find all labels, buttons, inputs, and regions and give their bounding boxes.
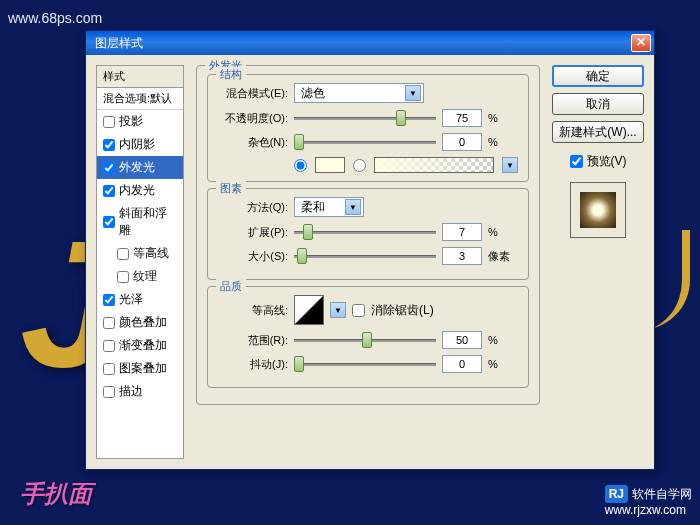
technique-label: 方法(Q): xyxy=(218,200,288,215)
styles-panel: 样式 混合选项:默认 投影内阴影外发光内发光斜面和浮雕等高线纹理光泽颜色叠加渐变… xyxy=(96,65,184,459)
color-swatch[interactable] xyxy=(315,157,345,173)
style-item-7[interactable]: 光泽 xyxy=(97,288,183,311)
style-checkbox[interactable] xyxy=(103,139,115,151)
contour-label: 等高线: xyxy=(218,303,288,318)
technique-combo[interactable]: 柔和 ▼ xyxy=(294,197,364,217)
new-style-button[interactable]: 新建样式(W)... xyxy=(552,121,644,143)
style-label: 渐变叠加 xyxy=(119,337,167,354)
style-label: 内发光 xyxy=(119,182,155,199)
preview-label: 预览(V) xyxy=(587,153,627,170)
style-item-2[interactable]: 外发光 xyxy=(97,156,183,179)
action-panel: 确定 取消 新建样式(W)... 预览(V) xyxy=(552,65,644,459)
logo-badge: RJ xyxy=(605,485,628,503)
style-item-0[interactable]: 投影 xyxy=(97,110,183,133)
opacity-unit: % xyxy=(488,112,518,124)
opacity-input[interactable] xyxy=(442,109,482,127)
spread-unit: % xyxy=(488,226,518,238)
style-label: 颜色叠加 xyxy=(119,314,167,331)
style-label: 外发光 xyxy=(119,159,155,176)
style-checkbox[interactable] xyxy=(103,340,115,352)
style-item-8[interactable]: 颜色叠加 xyxy=(97,311,183,334)
blend-mode-combo[interactable]: 滤色 ▼ xyxy=(294,83,424,103)
style-checkbox[interactable] xyxy=(103,363,115,375)
preview-swatch xyxy=(570,182,626,238)
watermark-bottom-left: 手扒面 xyxy=(20,478,92,510)
watermark-top-left: www.68ps.com xyxy=(8,10,102,26)
style-checkbox[interactable] xyxy=(103,116,115,128)
style-checkbox[interactable] xyxy=(117,248,129,260)
close-button[interactable]: ✕ xyxy=(631,34,651,52)
style-item-4[interactable]: 斜面和浮雕 xyxy=(97,202,183,242)
preview-checkbox[interactable] xyxy=(570,155,583,168)
settings-panel: 外发光 结构 混合模式(E): 滤色 ▼ 不透明度(O): % xyxy=(192,65,544,459)
blend-options-item[interactable]: 混合选项:默认 xyxy=(97,88,183,110)
noise-input[interactable] xyxy=(442,133,482,151)
style-label: 斜面和浮雕 xyxy=(119,205,177,239)
structure-title: 结构 xyxy=(216,67,246,82)
size-label: 大小(S): xyxy=(218,249,288,264)
size-slider[interactable] xyxy=(294,247,436,265)
style-item-9[interactable]: 渐变叠加 xyxy=(97,334,183,357)
noise-unit: % xyxy=(488,136,518,148)
style-label: 纹理 xyxy=(133,268,157,285)
style-label: 内阴影 xyxy=(119,136,155,153)
style-item-3[interactable]: 内发光 xyxy=(97,179,183,202)
size-input[interactable] xyxy=(442,247,482,265)
layer-style-dialog: 图层样式 ✕ 样式 混合选项:默认 投影内阴影外发光内发光斜面和浮雕等高线纹理光… xyxy=(85,30,655,470)
chevron-down-icon[interactable]: ▼ xyxy=(502,157,518,173)
range-label: 范围(R): xyxy=(218,333,288,348)
style-checkbox[interactable] xyxy=(103,294,115,306)
ok-button[interactable]: 确定 xyxy=(552,65,644,87)
color-radio[interactable] xyxy=(294,159,307,172)
blend-mode-label: 混合模式(E): xyxy=(218,86,288,101)
titlebar[interactable]: 图层样式 ✕ xyxy=(86,31,654,55)
chevron-down-icon: ▼ xyxy=(345,199,361,215)
opacity-label: 不透明度(O): xyxy=(218,111,288,126)
style-checkbox[interactable] xyxy=(103,386,115,398)
jitter-unit: % xyxy=(488,358,518,370)
styles-header[interactable]: 样式 xyxy=(97,66,183,88)
style-checkbox[interactable] xyxy=(103,162,115,174)
style-item-10[interactable]: 图案叠加 xyxy=(97,357,183,380)
watermark-bottom-right: RJ软件自学网 www.rjzxw.com xyxy=(605,485,692,517)
style-checkbox[interactable] xyxy=(103,185,115,197)
range-input[interactable] xyxy=(442,331,482,349)
noise-label: 杂色(N): xyxy=(218,135,288,150)
style-label: 等高线 xyxy=(133,245,169,262)
quality-title: 品质 xyxy=(216,279,246,294)
spread-input[interactable] xyxy=(442,223,482,241)
gradient-swatch[interactable] xyxy=(374,157,494,173)
range-slider[interactable] xyxy=(294,331,436,349)
noise-slider[interactable] xyxy=(294,133,436,151)
dialog-title: 图层样式 xyxy=(89,35,631,52)
contour-picker[interactable] xyxy=(294,295,324,325)
style-checkbox[interactable] xyxy=(103,216,115,228)
chevron-down-icon[interactable]: ▼ xyxy=(330,302,346,318)
style-item-5[interactable]: 等高线 xyxy=(97,242,183,265)
style-item-6[interactable]: 纹理 xyxy=(97,265,183,288)
style-checkbox[interactable] xyxy=(117,271,129,283)
style-checkbox[interactable] xyxy=(103,317,115,329)
gradient-radio[interactable] xyxy=(353,159,366,172)
jitter-label: 抖动(J): xyxy=(218,357,288,372)
style-label: 光泽 xyxy=(119,291,143,308)
elements-title: 图素 xyxy=(216,181,246,196)
jitter-input[interactable] xyxy=(442,355,482,373)
opacity-slider[interactable] xyxy=(294,109,436,127)
antialias-checkbox[interactable] xyxy=(352,304,365,317)
size-unit: 像素 xyxy=(488,249,518,264)
spread-slider[interactable] xyxy=(294,223,436,241)
jitter-slider[interactable] xyxy=(294,355,436,373)
chevron-down-icon: ▼ xyxy=(405,85,421,101)
style-label: 图案叠加 xyxy=(119,360,167,377)
antialias-label: 消除锯齿(L) xyxy=(371,302,434,319)
style-item-1[interactable]: 内阴影 xyxy=(97,133,183,156)
cancel-button[interactable]: 取消 xyxy=(552,93,644,115)
spread-label: 扩展(P): xyxy=(218,225,288,240)
style-label: 投影 xyxy=(119,113,143,130)
range-unit: % xyxy=(488,334,518,346)
style-label: 描边 xyxy=(119,383,143,400)
style-item-11[interactable]: 描边 xyxy=(97,380,183,403)
